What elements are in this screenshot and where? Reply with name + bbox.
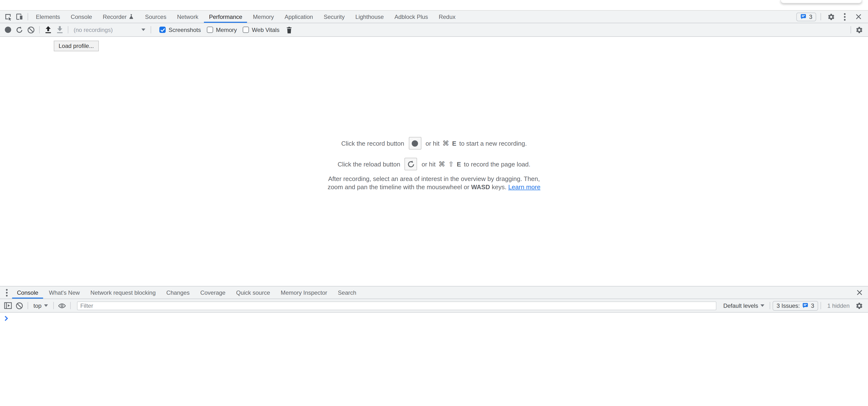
tab-label: Redux	[439, 13, 455, 20]
divider	[70, 302, 70, 309]
kebab-menu-icon	[844, 13, 846, 21]
gear-icon	[856, 26, 863, 34]
performance-panel: Load profile... Click the record button …	[0, 37, 868, 286]
close-devtools-button[interactable]	[852, 11, 864, 23]
hidden-messages-count: 1 hidden	[827, 302, 849, 309]
tab-label: Recorder	[103, 13, 127, 20]
tab-lighthouse[interactable]: Lighthouse	[350, 11, 389, 23]
tab-memory[interactable]: Memory	[248, 11, 279, 23]
instruction-text: to start a new recording.	[459, 140, 527, 147]
caret-down-icon	[142, 29, 145, 31]
drawer-tab-quick-source[interactable]: Quick source	[231, 286, 275, 299]
save-profile-button[interactable]	[54, 23, 65, 36]
reload-button-inline[interactable]	[405, 158, 417, 170]
create-live-expression-button[interactable]	[56, 299, 68, 312]
performance-empty-state: Click the record button or hit ⌘ E to st…	[0, 137, 868, 191]
tab-label: Memory Inspector	[281, 289, 327, 296]
drawer-tab-memory-inspector[interactable]: Memory Inspector	[276, 286, 332, 299]
tab-label: Console	[71, 13, 92, 20]
divider	[53, 302, 54, 309]
divider	[770, 302, 770, 309]
console-filter-input[interactable]	[77, 301, 716, 310]
learn-more-link[interactable]: Learn more	[508, 183, 540, 191]
settings-button[interactable]	[826, 11, 837, 23]
close-drawer-button[interactable]	[854, 286, 865, 299]
drawer-tab-whats-new[interactable]: What's New	[44, 286, 85, 299]
kebab-menu-icon	[6, 289, 8, 296]
drawer-tab-network-request-blocking[interactable]: Network request blocking	[86, 286, 160, 299]
issues-button[interactable]: 3 Issues: 3	[773, 301, 818, 310]
clear-button[interactable]	[25, 23, 37, 36]
collect-garbage-button[interactable]	[283, 23, 295, 36]
cmd-key-glyph: ⌘	[442, 139, 449, 147]
load-profile-button[interactable]	[42, 23, 54, 36]
console-settings-button[interactable]	[854, 299, 865, 312]
inspect-element-button[interactable]	[2, 11, 13, 23]
divider	[28, 302, 28, 309]
tab-application[interactable]: Application	[280, 11, 318, 23]
instruction-text: Click the reload button	[338, 161, 400, 168]
e-key-glyph: E	[452, 140, 456, 147]
screenshots-checkbox[interactable]: Screenshots	[159, 26, 201, 33]
tab-performance[interactable]: Performance	[204, 11, 247, 23]
shift-key-glyph: ⇧	[448, 160, 454, 168]
log-levels-selector[interactable]: Default levels	[720, 302, 767, 309]
sidebar-toggle-icon	[4, 302, 12, 309]
console-messages-area[interactable]	[0, 313, 868, 406]
instruction-text: to record the page load.	[464, 161, 530, 168]
web-vitals-checkbox[interactable]: Web Vitals	[243, 26, 279, 33]
devtools-menu-button[interactable]	[839, 11, 850, 23]
tab-sources[interactable]: Sources	[140, 11, 171, 23]
issues-bubble-icon	[800, 13, 807, 20]
hint-text: zoom and pan the timeline with the mouse…	[328, 183, 469, 191]
caret-down-icon	[44, 304, 48, 307]
instruction-text: or hit	[426, 140, 440, 147]
tab-console[interactable]: Console	[66, 11, 97, 23]
tab-label: Performance	[209, 13, 242, 20]
record-button-inline[interactable]	[409, 137, 421, 149]
main-tabbar: Elements Console Recorder Sources Networ…	[0, 10, 868, 23]
tab-label: Network request blocking	[90, 289, 155, 296]
console-prompt[interactable]	[0, 313, 868, 321]
drawer-tab-changes[interactable]: Changes	[161, 286, 194, 299]
drawer-tab-console[interactable]: Console	[12, 286, 43, 299]
drawer-tab-coverage[interactable]: Coverage	[195, 286, 230, 299]
console-sidebar-toggle-button[interactable]	[2, 299, 13, 312]
tab-elements[interactable]: Elements	[31, 11, 65, 23]
clear-console-button[interactable]	[13, 299, 25, 312]
record-icon	[412, 140, 418, 146]
capture-settings-button[interactable]	[854, 23, 865, 36]
trash-icon	[286, 26, 292, 34]
issues-counter-button[interactable]: 3	[797, 12, 816, 21]
checkbox-label: Memory	[216, 26, 237, 33]
tab-redux[interactable]: Redux	[434, 11, 460, 23]
hint-text: After recording, select an area of inter…	[328, 175, 540, 182]
checkbox-label: Web Vitals	[252, 26, 279, 33]
tab-label: What's New	[49, 289, 80, 296]
tab-recorder[interactable]: Recorder	[98, 11, 139, 23]
drawer-menu-button[interactable]	[2, 286, 11, 299]
tab-security[interactable]: Security	[319, 11, 349, 23]
tab-adblock-plus[interactable]: Adblock Plus	[390, 11, 433, 23]
reload-and-record-button[interactable]	[13, 23, 25, 36]
issues-count: 3	[809, 13, 812, 20]
memory-checkbox[interactable]: Memory	[207, 26, 237, 33]
download-icon	[56, 26, 63, 34]
checkbox-unchecked-icon	[207, 27, 213, 33]
checkbox-unchecked-icon	[243, 27, 249, 33]
execution-context-selector[interactable]: top	[31, 302, 51, 309]
inspect-cursor-icon	[4, 12, 12, 21]
tab-label: Coverage	[200, 289, 225, 296]
record-instruction-row: Click the record button or hit ⌘ E to st…	[341, 137, 527, 149]
drawer-tab-search[interactable]: Search	[333, 286, 361, 299]
device-toolbar-button[interactable]	[13, 11, 25, 23]
reload-instruction-row: Click the reload button or hit ⌘ ⇧ E to …	[338, 158, 530, 170]
usage-hint-paragraph: After recording, select an area of inter…	[328, 175, 540, 191]
tab-network[interactable]: Network	[172, 11, 203, 23]
eye-icon	[57, 302, 66, 309]
clear-icon	[27, 26, 35, 34]
tab-label: Search	[338, 289, 356, 296]
recordings-select[interactable]: (no recordings)	[71, 26, 148, 33]
tab-label: Application	[285, 13, 313, 20]
record-button[interactable]	[2, 23, 13, 36]
